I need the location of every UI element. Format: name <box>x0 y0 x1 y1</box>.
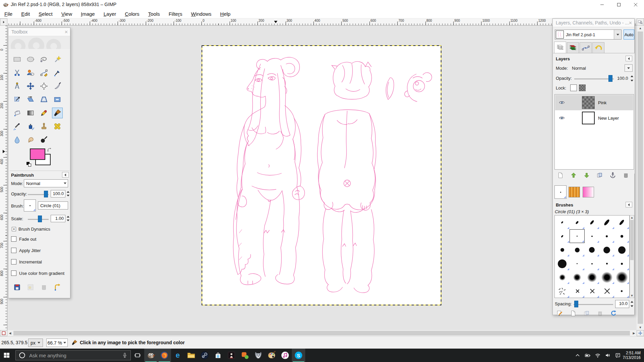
tool-ellipse-select[interactable] <box>25 54 36 65</box>
tool-heal[interactable] <box>52 121 63 132</box>
tool-measure[interactable] <box>12 81 22 92</box>
taskbar-search[interactable]: Ask me anything <box>15 350 131 360</box>
taskbar-clock[interactable]: 2:51 AM 7/13/2016 <box>623 351 644 360</box>
brush-cell[interactable] <box>614 270 629 284</box>
tray-battery[interactable] <box>583 349 593 362</box>
tool-airbrush[interactable] <box>12 121 22 132</box>
brush-cell[interactable] <box>585 284 599 298</box>
brush-scroll-up[interactable]: ▲ <box>630 216 634 220</box>
tool-ink[interactable] <box>25 121 36 132</box>
maximize-button[interactable] <box>610 0 627 9</box>
brush-cell[interactable] <box>570 257 584 270</box>
pattern-preview-button[interactable] <box>569 187 580 197</box>
canvas-viewport[interactable] <box>7 25 637 330</box>
zoom-select[interactable]: 66.7 % <box>46 339 68 347</box>
tool-dodge-burn[interactable] <box>39 134 49 145</box>
tool-paths[interactable] <box>39 67 49 78</box>
save-options-button[interactable] <box>13 283 21 291</box>
dock-close-icon[interactable]: ✕ <box>628 20 633 26</box>
layer-name[interactable]: New Layer <box>598 116 619 121</box>
brush-cell[interactable] <box>599 243 614 257</box>
brush-dynamics-expander[interactable]: + <box>12 227 16 231</box>
default-colors-icon-bg[interactable] <box>28 164 31 167</box>
checkbox-incremental[interactable] <box>11 259 16 264</box>
tool-rect-select[interactable] <box>12 54 22 65</box>
menu-file[interactable]: File <box>0 10 17 18</box>
layer-anchor-button[interactable] <box>609 172 616 179</box>
brush-cell[interactable] <box>585 270 599 284</box>
spacing-spinner[interactable] <box>630 300 634 308</box>
taskbar-app-skype[interactable]: S <box>292 349 305 362</box>
brush-cell[interactable] <box>614 216 629 229</box>
vertical-scrollbar[interactable]: ▲ ▼ <box>637 25 644 330</box>
lock-alpha-toggle[interactable] <box>579 84 586 91</box>
taskbar-app-paint-palette[interactable] <box>265 349 278 362</box>
brush-delete-button[interactable] <box>596 310 604 317</box>
brush-duplicate-button[interactable] <box>583 310 590 317</box>
brush-new-button[interactable] <box>570 310 577 317</box>
menu-layer[interactable]: Layer <box>99 10 121 18</box>
navigation-preview-button[interactable] <box>637 330 644 336</box>
layer-row-new-layer[interactable]: New Layer <box>555 110 633 126</box>
taskbar-app-steam[interactable] <box>198 349 211 362</box>
toolbox-close-icon[interactable]: ✕ <box>63 29 69 35</box>
menu-colors[interactable]: Colors <box>120 10 144 18</box>
task-view-button[interactable] <box>131 349 144 362</box>
menu-tools[interactable]: Tools <box>144 10 164 18</box>
brush-cell[interactable] <box>570 284 584 298</box>
restore-options-button[interactable] <box>26 283 35 291</box>
layer-lower-button[interactable] <box>583 172 590 179</box>
scroll-up-arrow[interactable]: ▲ <box>637 25 644 31</box>
brush-cell[interactable] <box>599 229 614 243</box>
tool-move[interactable] <box>25 81 36 92</box>
gradient-preview-button[interactable] <box>583 187 594 197</box>
tool-crop[interactable] <box>52 81 63 92</box>
taskbar-app-chat[interactable] <box>238 349 252 362</box>
brush-cell[interactable] <box>585 216 599 229</box>
layer-duplicate-button[interactable] <box>596 172 603 179</box>
layer-visibility-eye-icon[interactable] <box>558 99 565 106</box>
brush-cell[interactable] <box>555 216 570 229</box>
taskbar-app-gimp[interactable] <box>144 349 158 362</box>
layer-opacity-slider[interactable] <box>574 78 614 79</box>
brush-cell[interactable] <box>585 229 599 243</box>
vertical-scrollbar-thumb[interactable] <box>638 32 643 324</box>
brush-thumbnail-button[interactable] <box>24 199 36 212</box>
layer-raise-button[interactable] <box>570 172 577 179</box>
opacity-value[interactable]: 100.0 <box>51 190 65 197</box>
tool-flip[interactable] <box>52 94 63 105</box>
menu-edit[interactable]: Edit <box>17 10 34 18</box>
menu-filters[interactable]: Filters <box>164 10 187 18</box>
brush-cell[interactable] <box>585 243 599 257</box>
scroll-down-arrow[interactable]: ▼ <box>637 325 644 330</box>
taskbar-app-edge[interactable]: e <box>171 349 184 362</box>
vertical-ruler[interactable]: 0100200300400500600700800900 <box>0 25 7 330</box>
spacing-slider-handle[interactable] <box>574 301 578 307</box>
horizontal-scrollbar[interactable]: ◀ ▶ <box>7 330 637 336</box>
brush-cell[interactable] <box>570 270 584 284</box>
brush-cell[interactable] <box>555 257 570 270</box>
tray-action-center[interactable] <box>613 349 623 362</box>
taskbar-app-wolf[interactable] <box>252 349 265 362</box>
dock-tab-layers[interactable] <box>554 42 566 53</box>
lock-pixels-toggle[interactable] <box>570 84 577 91</box>
tool-color-picker[interactable] <box>52 67 63 78</box>
tool-pencil[interactable] <box>39 108 49 118</box>
brush-cell-selected[interactable] <box>570 229 584 243</box>
layers-panel-collapse[interactable] <box>626 56 632 61</box>
tool-scissors-select[interactable] <box>12 67 22 78</box>
taskbar-app-firefox[interactable] <box>158 349 171 362</box>
menu-help[interactable]: Help <box>216 10 235 18</box>
menu-windows[interactable]: Windows <box>186 10 216 18</box>
mic-icon[interactable] <box>122 352 128 358</box>
dock-tab-paths[interactable] <box>580 42 592 53</box>
taskbar-app-file-explorer[interactable] <box>184 349 198 362</box>
image-menu-button[interactable] <box>0 18 7 25</box>
tool-gradient[interactable] <box>25 108 36 118</box>
brush-cell[interactable] <box>599 270 614 284</box>
tool-clone[interactable] <box>39 121 49 132</box>
scroll-left-arrow[interactable]: ◀ <box>7 330 13 336</box>
tool-bucket-fill[interactable] <box>12 108 22 118</box>
color-area[interactable] <box>30 148 53 169</box>
layer-thumbnail[interactable] <box>582 112 595 124</box>
